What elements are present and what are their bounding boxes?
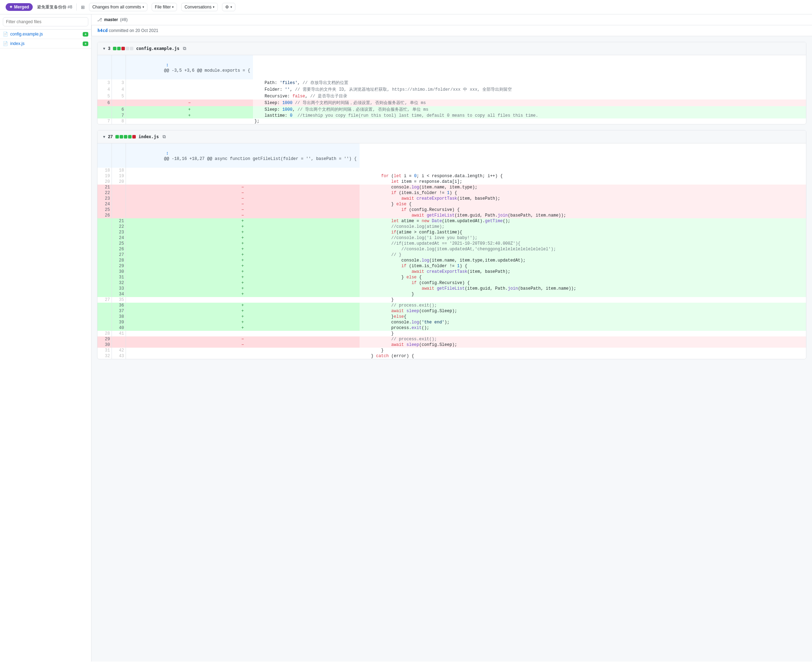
table-row: 26 + //console.log(item.updatedAt,'cheng…: [97, 246, 806, 252]
diff-icon-area: ⊞: [81, 5, 85, 10]
sidebar-item-config[interactable]: 📄 config.example.js +: [0, 29, 91, 39]
table-row: 24 + //console.log('i love you baby!');: [97, 235, 806, 241]
copy-filename-index-button[interactable]: ⧉: [162, 133, 166, 140]
table-row: 23 − await createExportTask(item, basePa…: [97, 196, 806, 201]
table-row: 4 4 Folder: '', // 需要导出的文件夹 ID, 从浏览器地址栏获…: [97, 86, 806, 93]
main-content: ⎇ master (#8) h4cd committed on 20 Oct 2…: [91, 15, 812, 661]
diff-file-header-index: ▾ 27 index.js ⧉: [97, 130, 806, 144]
hunk-header-text-config: @@ -3,5 +3,6 @@ module.exports = {: [164, 68, 250, 73]
diff-stat-index: 27: [108, 134, 136, 139]
table-row: 28 41 }: [97, 331, 806, 336]
table-row: 7 8 };: [97, 118, 806, 124]
table-row: 34 + }: [97, 291, 806, 297]
files-changed-icon: ⊞: [81, 5, 85, 10]
conversations-label: Conversations: [184, 5, 211, 10]
commits-dropdown-button[interactable]: Changes from all commits ▾: [89, 3, 147, 11]
file-filter-button[interactable]: File filter ▾: [152, 3, 177, 11]
expand-hunk-config[interactable]: ↕: [164, 61, 171, 68]
table-row: 25 − if (config.Recursive) {: [97, 207, 806, 213]
table-row: 7 + lasttime: 0 //timeship you copy file…: [97, 113, 806, 118]
table-row: 31 42 }: [97, 348, 806, 353]
expand-hunk-index[interactable]: ↕: [164, 150, 171, 157]
commit-hash: h4cd: [97, 28, 108, 33]
table-row: 5 5 Recursive: false, // 是否导出子目录: [97, 93, 806, 99]
sidebar-filename-index: index.js: [10, 41, 24, 46]
table-row: 32 + if (config.Recursive) {: [97, 280, 806, 286]
table-row: 29 + if (item.is_folder != 1) {: [97, 263, 806, 269]
table-row: 29 − // process.exit();: [97, 336, 806, 342]
table-row: 21 − console.log(item.name, item.type);: [97, 184, 806, 190]
file-icon-config: 📄: [3, 32, 8, 37]
diff-toggle-index[interactable]: ▾: [103, 134, 105, 139]
diff-filename-index: index.js: [139, 134, 159, 139]
merged-badge: ✦ Merged: [6, 3, 33, 11]
table-row: 31 + } else {: [97, 275, 806, 280]
commits-dropdown-label: Changes from all commits: [92, 5, 141, 10]
commit-date: 20 Oct 2021: [135, 28, 158, 33]
table-row: 40 + process.exit();: [97, 325, 806, 331]
diff-file-index: ▾ 27 index.js ⧉: [97, 130, 806, 359]
pr-title: 避免重复备份份 #8: [37, 4, 73, 10]
branch-name: master: [104, 17, 118, 22]
stat-add-1: [113, 47, 117, 50]
table-row: 25 + //if(item.updatedAt == '2021-10-20T…: [97, 241, 806, 246]
stat-idx-add-2: [120, 135, 123, 139]
table-row: 3 3 Path: 'files', // 存放导出文档的位置: [97, 79, 806, 86]
table-row: 38 + }else{: [97, 314, 806, 320]
table-row: 21 + let atime = new Date(item.updatedAt…: [97, 218, 806, 224]
table-row: 22 − if (item.is_folder != 1) {: [97, 190, 806, 196]
diff-toggle-config[interactable]: ▾: [103, 46, 105, 51]
table-row: 24 − } else {: [97, 201, 806, 207]
header: ✦ Merged 避免重复备份份 #8 ⊞ Changes from all c…: [0, 0, 812, 15]
diff-file-header-config: ▾ 3 config.example.js ⧉: [97, 42, 806, 55]
diff-file-config: ▾ 3 config.example.js ⧉: [97, 42, 806, 125]
table-row: 30 + await createExportTask(item, basePa…: [97, 269, 806, 275]
search-input[interactable]: [3, 17, 88, 26]
table-row: 26 − await getFileList(item.guid, Path.j…: [97, 213, 806, 218]
hunk-header-text-index: @@ -18,16 +18,27 @@ async function getFi…: [164, 157, 357, 161]
diff-table-index: ↕ @@ -18,16 +18,27 @@ async function get…: [97, 144, 806, 359]
settings-button[interactable]: ⚙ ▾: [222, 3, 235, 11]
table-row: 27 35 }: [97, 297, 806, 303]
main-layout: 📄 config.example.js + 📄 index.js + ⎇ mas…: [0, 15, 812, 661]
table-row: 23 + if(atime > config.lasttime){: [97, 230, 806, 235]
commit-action: committed on: [109, 28, 134, 33]
table-row: 30 − await sleep(config.Sleep);: [97, 342, 806, 348]
stat-add-2: [117, 47, 121, 50]
sidebar: 📄 config.example.js + 📄 index.js +: [0, 15, 91, 661]
table-row: 22 + //console.log(atime);: [97, 224, 806, 230]
table-row: 6 + Sleep: 1000, // 导出两个文档间的时间隔，必须设置, 否则…: [97, 106, 806, 113]
header-divider: [76, 3, 77, 11]
stat-del-1: [122, 47, 125, 50]
file-filter-chevron-icon: ▾: [172, 5, 174, 9]
copy-filename-config-button[interactable]: ⧉: [182, 45, 187, 52]
table-row: 32 43 } catch (error) {: [97, 353, 806, 359]
pr-ref: (#8): [120, 17, 127, 22]
table-row: 28 + console.log(item.name, item.type,it…: [97, 258, 806, 263]
branch-header: ⎇ master (#8): [91, 15, 812, 25]
settings-chevron-icon: ▾: [230, 5, 232, 9]
table-row: 19 19 for (let i = 0; i < response.data.…: [97, 173, 806, 179]
stat-idx-add-4: [128, 135, 131, 139]
sidebar-badge-index: +: [83, 42, 88, 46]
commits-chevron-icon: ▾: [143, 5, 144, 9]
table-row: 27 + // }: [97, 252, 806, 258]
table-row: 33 + await getFileList(item.guid, Path.j…: [97, 286, 806, 291]
table-row: 39 + console.log('the end');: [97, 320, 806, 325]
merged-icon: ✦: [9, 5, 13, 10]
sidebar-filename-config: config.example.js: [10, 32, 43, 37]
table-row: 18 18: [97, 168, 806, 173]
merged-label: Merged: [14, 5, 29, 10]
commit-info: h4cd committed on 20 Oct 2021: [91, 25, 812, 36]
conversations-button[interactable]: Conversations ▾: [181, 3, 218, 11]
table-row: 36 + // process.exit();: [97, 303, 806, 308]
file-icon-index: 📄: [3, 41, 8, 46]
sidebar-item-index[interactable]: 📄 index.js +: [0, 39, 91, 49]
conversations-chevron-icon: ▾: [213, 5, 215, 9]
stat-idx-del-1: [132, 135, 136, 139]
stat-idx-add-1: [115, 135, 119, 139]
stat-neutral-2: [130, 47, 133, 50]
hunk-header-config: ↕ @@ -3,5 +3,6 @@ module.exports = {: [97, 55, 806, 79]
stat-neutral-1: [126, 47, 129, 50]
branch-icon: ⎇: [97, 17, 102, 22]
